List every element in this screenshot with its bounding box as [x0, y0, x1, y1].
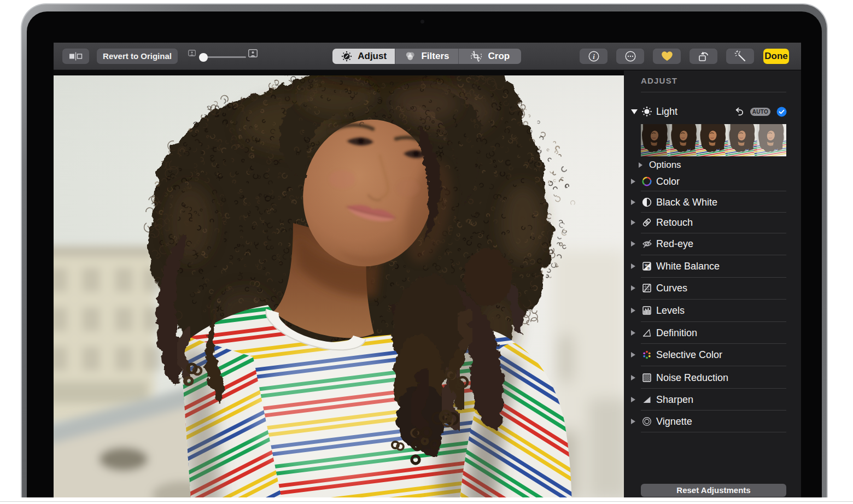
svg-text:i: i — [593, 53, 595, 61]
svg-text:B: B — [647, 267, 650, 270]
